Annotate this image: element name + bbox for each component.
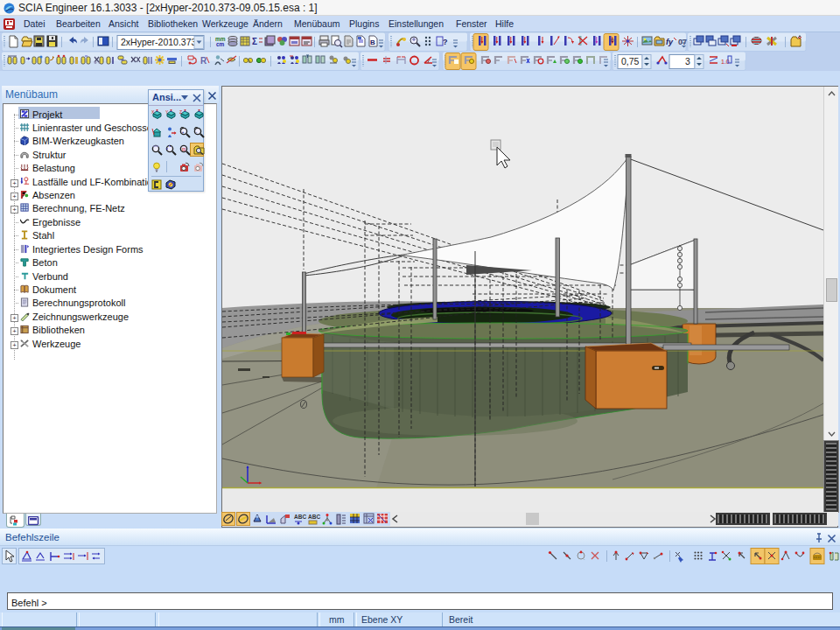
- svg-text:ABC: ABC: [294, 514, 306, 520]
- svg-text:Σ: Σ: [252, 37, 257, 46]
- svg-text:R: R: [182, 147, 186, 152]
- svg-text:3: 3: [685, 56, 690, 66]
- svg-text:B: B: [370, 38, 375, 46]
- svg-text:+: +: [182, 130, 185, 135]
- svg-text:07: 07: [678, 38, 687, 46]
- svg-text:0,75: 0,75: [621, 56, 640, 66]
- svg-text:2xHyper-2010.373: 2xHyper-2010.373: [121, 37, 197, 47]
- svg-text:fy: fy: [666, 38, 674, 46]
- svg-text:ABC: ABC: [308, 514, 320, 520]
- svg-text:?: ?: [443, 38, 448, 46]
- svg-text:Z: Z: [179, 109, 182, 115]
- svg-text:cm: cm: [216, 41, 225, 47]
- svg-text:.: .: [584, 556, 584, 561]
